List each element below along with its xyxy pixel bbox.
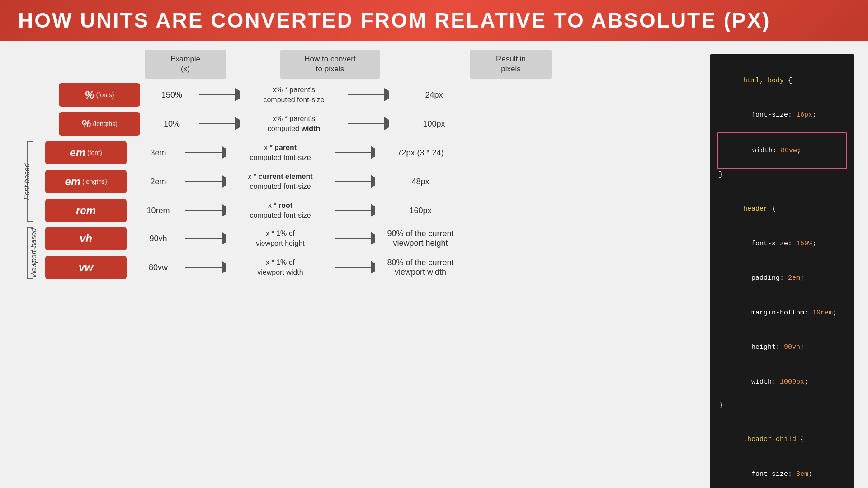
result-value: 24px	[389, 90, 479, 100]
code-line	[719, 411, 845, 422]
unit-badge-rem: rem	[45, 199, 127, 222]
example-value: 90vh	[131, 234, 185, 244]
table-section: Example(x) How to convertto pixels Resul…	[14, 50, 696, 488]
example-value: 80vw	[131, 263, 185, 272]
example-value: 3em	[131, 148, 185, 158]
column-headers: Example(x) How to convertto pixels Resul…	[145, 50, 696, 79]
conversion-text: x * 1% ofviewport width	[226, 258, 335, 278]
table-row: % (lengths) 10% x% * parent'scomputed wi…	[14, 112, 696, 136]
code-line: font-size: 150%;	[719, 226, 845, 261]
unit-badge-percent-fonts: % (fonts)	[59, 83, 140, 107]
code-line-highlighted: width: 80vw;	[717, 132, 847, 169]
col-header-how: How to convertto pixels	[280, 50, 380, 79]
unit-badge-vh: vh	[45, 227, 127, 250]
conversion-text: x * rootcomputed font-size	[226, 201, 335, 221]
group-label-viewport-based: Viewport-based	[30, 228, 38, 278]
result-value: 90% of the currentviewport height	[375, 229, 466, 248]
group-label-font-based: Font-based	[23, 164, 31, 200]
code-panel: html, body { font-size: 16px; width: 80v…	[710, 54, 854, 488]
code-line: header {	[719, 192, 845, 227]
example-value: 10rem	[131, 206, 185, 216]
table-row: % (fonts) 150% x% * parent'scomputed fon…	[14, 83, 696, 107]
code-line: }	[719, 399, 845, 411]
conversion-text: x% * parent'scomputed width	[240, 114, 348, 134]
unit-badge-em-lengths: em (lengths)	[45, 170, 127, 193]
code-line: width: 1000px;	[719, 365, 845, 399]
code-line: html, body {	[719, 63, 845, 98]
example-value: 10%	[145, 119, 199, 129]
page-title: HOW UNITS ARE CONVERTED FROM RELATIVE TO…	[18, 8, 771, 33]
table-row: em (lengths) 2em x * current elementcomp…	[45, 170, 696, 193]
example-value: 2em	[131, 177, 185, 187]
code-line: margin-bottom: 10rem;	[719, 296, 845, 330]
header-banner: HOW UNITS ARE CONVERTED FROM RELATIVE TO…	[0, 0, 868, 41]
result-value: 160px	[375, 206, 466, 216]
result-value: 72px (3 * 24)	[375, 148, 466, 158]
conversion-text: x * parentcomputed font-size	[226, 143, 335, 163]
table-row: vw 80vw x * 1% ofviewport width 80% of t…	[45, 256, 696, 279]
font-based-group: Font-based em (font) 3em x * parentcompu…	[14, 141, 696, 222]
code-line: font-size: 3em;	[719, 457, 845, 488]
unit-badge-vw: vw	[45, 256, 127, 279]
col-header-example: Example(x)	[145, 50, 226, 79]
conversion-text: x * current elementcomputed font-size	[226, 172, 335, 192]
code-line: }	[719, 169, 845, 181]
example-value: 150%	[145, 90, 199, 100]
result-value: 100px	[389, 119, 479, 129]
table-row: em (font) 3em x * parentcomputed font-si…	[45, 141, 696, 164]
code-line	[719, 180, 845, 192]
code-line: font-size: 16px;	[719, 98, 845, 133]
code-line: .header-child {	[719, 422, 845, 457]
col-header-result: Result inpixels	[470, 50, 552, 79]
table-row: rem 10rem x * rootcomputed font-size 160…	[45, 199, 696, 222]
viewport-based-group: Viewport-based vh 90vh x * 1% ofviewport…	[14, 227, 696, 279]
result-value: 48px	[375, 177, 466, 187]
result-value: 80% of the currentviewport width	[375, 258, 466, 277]
conversion-text: x% * parent'scomputed font-size	[240, 85, 348, 105]
code-line: padding: 2em;	[719, 261, 845, 296]
unit-badge-em-font: em (font)	[45, 141, 127, 164]
percent-rows: % (fonts) 150% x% * parent'scomputed fon…	[14, 83, 696, 136]
code-line: height: 90vh;	[719, 330, 845, 365]
unit-badge-percent-lengths: % (lengths)	[59, 112, 140, 136]
conversion-text: x * 1% ofviewport height	[226, 229, 335, 249]
table-row: vh 90vh x * 1% ofviewport height 90% of …	[45, 227, 696, 250]
